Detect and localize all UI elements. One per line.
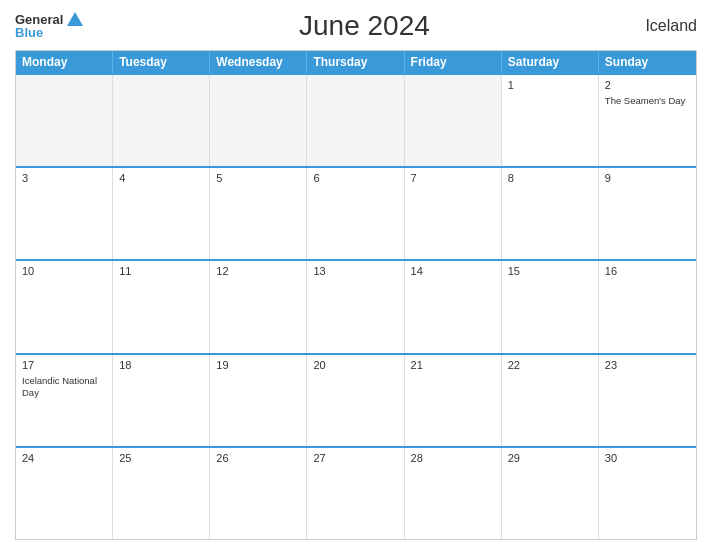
day-event: The Seamen's Day <box>605 95 690 107</box>
country-label: Iceland <box>645 17 697 35</box>
page: General Blue June 2024 Iceland MondayTue… <box>0 0 712 550</box>
calendar-cell: 24 <box>16 448 113 539</box>
day-of-week-sunday: Sunday <box>599 51 696 73</box>
calendar-cell: 20 <box>307 355 404 446</box>
calendar-cell: 29 <box>502 448 599 539</box>
calendar-cell: 8 <box>502 168 599 259</box>
calendar-cell: 3 <box>16 168 113 259</box>
calendar-cell: 16 <box>599 261 696 352</box>
calendar-cell: 9 <box>599 168 696 259</box>
calendar-cell: 30 <box>599 448 696 539</box>
calendar-cell <box>16 75 113 166</box>
calendar-week-3: 10111213141516 <box>16 259 696 352</box>
day-number: 25 <box>119 452 203 464</box>
day-number: 4 <box>119 172 203 184</box>
day-number: 12 <box>216 265 300 277</box>
day-number: 6 <box>313 172 397 184</box>
calendar-cell: 10 <box>16 261 113 352</box>
header: General Blue June 2024 Iceland <box>15 10 697 42</box>
day-number: 13 <box>313 265 397 277</box>
calendar-cell: 19 <box>210 355 307 446</box>
calendar-cell: 25 <box>113 448 210 539</box>
calendar-cell: 27 <box>307 448 404 539</box>
calendar-cell: 11 <box>113 261 210 352</box>
logo-triangle-icon <box>67 12 83 26</box>
calendar-body: 12The Seamen's Day3456789101112131415161… <box>16 73 696 539</box>
day-event: Icelandic National Day <box>22 375 106 400</box>
calendar-cell: 13 <box>307 261 404 352</box>
calendar-cell: 1 <box>502 75 599 166</box>
calendar-cell: 21 <box>405 355 502 446</box>
calendar-week-4: 17Icelandic National Day181920212223 <box>16 353 696 446</box>
calendar-week-5: 24252627282930 <box>16 446 696 539</box>
day-number: 23 <box>605 359 690 371</box>
calendar-cell: 4 <box>113 168 210 259</box>
calendar-cell: 28 <box>405 448 502 539</box>
calendar-cell: 6 <box>307 168 404 259</box>
day-number: 17 <box>22 359 106 371</box>
calendar-week-2: 3456789 <box>16 166 696 259</box>
day-number: 22 <box>508 359 592 371</box>
calendar-cell <box>307 75 404 166</box>
day-number: 9 <box>605 172 690 184</box>
day-number: 30 <box>605 452 690 464</box>
calendar-cell: 12 <box>210 261 307 352</box>
day-number: 18 <box>119 359 203 371</box>
day-number: 14 <box>411 265 495 277</box>
calendar-cell: 26 <box>210 448 307 539</box>
day-number: 26 <box>216 452 300 464</box>
day-number: 11 <box>119 265 203 277</box>
calendar-cell <box>113 75 210 166</box>
calendar-cell: 7 <box>405 168 502 259</box>
calendar-cell <box>405 75 502 166</box>
calendar: MondayTuesdayWednesdayThursdayFridaySatu… <box>15 50 697 540</box>
logo: General Blue <box>15 13 83 39</box>
day-of-week-wednesday: Wednesday <box>210 51 307 73</box>
day-number: 10 <box>22 265 106 277</box>
day-of-week-friday: Friday <box>405 51 502 73</box>
day-number: 7 <box>411 172 495 184</box>
day-of-week-thursday: Thursday <box>307 51 404 73</box>
calendar-cell: 22 <box>502 355 599 446</box>
day-number: 28 <box>411 452 495 464</box>
day-number: 19 <box>216 359 300 371</box>
day-number: 27 <box>313 452 397 464</box>
day-number: 20 <box>313 359 397 371</box>
calendar-cell <box>210 75 307 166</box>
calendar-cell: 23 <box>599 355 696 446</box>
logo-blue: Blue <box>15 26 43 39</box>
calendar-cell: 15 <box>502 261 599 352</box>
day-number: 8 <box>508 172 592 184</box>
day-number: 3 <box>22 172 106 184</box>
day-of-week-monday: Monday <box>16 51 113 73</box>
day-of-week-saturday: Saturday <box>502 51 599 73</box>
calendar-cell: 2The Seamen's Day <box>599 75 696 166</box>
day-number: 24 <box>22 452 106 464</box>
calendar-cell: 18 <box>113 355 210 446</box>
calendar-cell: 5 <box>210 168 307 259</box>
day-number: 29 <box>508 452 592 464</box>
page-title: June 2024 <box>299 10 430 42</box>
calendar-header: MondayTuesdayWednesdayThursdayFridaySatu… <box>16 51 696 73</box>
calendar-cell: 14 <box>405 261 502 352</box>
day-number: 21 <box>411 359 495 371</box>
day-number: 16 <box>605 265 690 277</box>
day-of-week-tuesday: Tuesday <box>113 51 210 73</box>
calendar-week-1: 12The Seamen's Day <box>16 73 696 166</box>
day-number: 2 <box>605 79 690 91</box>
day-number: 15 <box>508 265 592 277</box>
calendar-cell: 17Icelandic National Day <box>16 355 113 446</box>
day-number: 1 <box>508 79 592 91</box>
day-number: 5 <box>216 172 300 184</box>
